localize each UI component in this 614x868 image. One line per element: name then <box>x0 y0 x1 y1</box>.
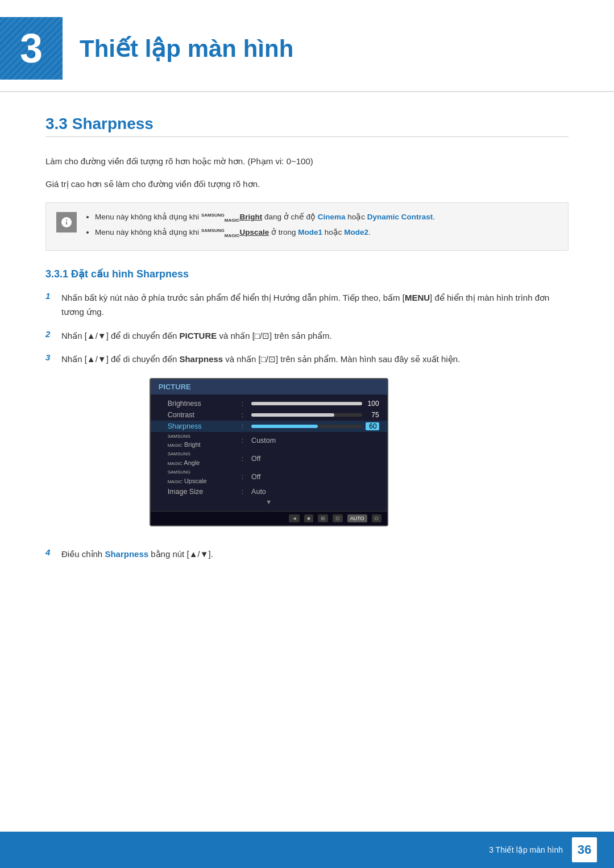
osd-row-sharpness: Sharpness : 60 <box>151 421 387 432</box>
osd-btn-plus: ⊞ <box>318 514 328 522</box>
step-1: 1 Nhấn bất kỳ nút nào ở phía trước sản p… <box>45 290 569 319</box>
note2-text: Menu này không khả dụng khi SAMSUNGMAGIC… <box>95 228 371 236</box>
monitor-screenshot: PICTURE Brightness : 100 <box>150 378 388 526</box>
osd-btn-power: Ο <box>372 514 381 522</box>
osd-header: PICTURE <box>151 379 387 394</box>
section-heading: 3.3 Sharpness <box>45 115 569 137</box>
chapter-number: 3 <box>0 17 63 80</box>
osd-btn-back: ◄ <box>289 514 300 522</box>
osd-label-magic-angle: SAMSUNG MAGIC Angle <box>168 451 236 466</box>
osd-bottom-bar: ◄ ■ ⊞ ⊡ AUTO Ο <box>151 511 387 525</box>
osd-label-magic-upscale: SAMSUNG MAGIC Upscale <box>168 470 236 484</box>
osd-bar-brightness: 100 <box>251 400 379 408</box>
step-text-1: Nhấn bất kỳ nút nào ở phía trước sản phẩ… <box>61 290 569 319</box>
step-3: 3 Nhấn [▲/▼] để di chuyển đến Sharpness … <box>45 352 569 537</box>
osd-row-image-size: Image Size : Auto <box>151 486 387 497</box>
subsection-heading: 3.3.1 Đặt cấu hình Sharpness <box>45 268 569 280</box>
footer-page-number: 36 <box>572 837 597 862</box>
body-para-2: Giá trị cao hơn sẽ làm cho đường viền đố… <box>45 177 569 192</box>
osd-label-magic-bright: SAMSUNG MAGIC Bright <box>168 434 236 448</box>
body-para-1: Làm cho đường viền đối tượng rõ hơn hoặc… <box>45 154 569 169</box>
note-icon <box>56 212 77 232</box>
osd-label-brightness: Brightness <box>168 400 236 408</box>
osd-label-sharpness: Sharpness <box>168 422 236 430</box>
osd-row-brightness: Brightness : 100 <box>151 398 387 409</box>
osd-row-contrast: Contrast : 75 <box>151 409 387 421</box>
osd-label-image-size: Image Size <box>168 488 236 496</box>
osd-bar-contrast: 75 <box>251 411 379 419</box>
chapter-title: Thiết lập màn hình <box>80 35 293 63</box>
osd-btn-black: ■ <box>304 514 313 522</box>
step-4: 4 Điều chỉnh Sharpness bằng nút [▲/▼]. <box>45 547 569 562</box>
osd-bar-sharpness: 60 <box>251 422 379 430</box>
note-box: Menu này không khả dụng khi SAMSUNGMAGIC… <box>45 202 569 251</box>
osd-row-magic-angle: SAMSUNG MAGIC Angle : Off <box>151 450 387 468</box>
chapter-header: 3 Thiết lập màn hình <box>0 0 614 92</box>
osd-row-magic-upscale: SAMSUNG MAGIC Upscale : Off <box>151 468 387 486</box>
step-number-1: 1 <box>45 291 56 301</box>
step-text-2: Nhấn [▲/▼] để di chuyển đến PICTURE và n… <box>61 329 332 343</box>
note-content: Menu này không khả dụng khi SAMSUNGMAGIC… <box>85 211 435 242</box>
steps-list: 1 Nhấn bất kỳ nút nào ở phía trước sản p… <box>45 290 569 561</box>
note1-text: Menu này không khả dụng khi SAMSUNGMAGIC… <box>95 213 435 221</box>
osd-screenshot-container: PICTURE Brightness : 100 <box>77 378 460 526</box>
step-number-2: 2 <box>45 329 56 339</box>
osd-btn-auto: AUTO <box>347 514 367 522</box>
osd-more-indicator: ▼ <box>151 497 387 508</box>
page-footer: 3 Thiết lập màn hình 36 <box>0 832 614 868</box>
osd-body: Brightness : 100 <box>151 394 387 508</box>
step-number-4: 4 <box>45 547 56 557</box>
osd-row-magic-bright: SAMSUNG MAGIC Bright : Custom <box>151 432 387 450</box>
osd-btn-enter: ⊡ <box>333 514 343 522</box>
step-number-3: 3 <box>45 352 56 362</box>
main-content: 3.3 Sharpness Làm cho đường viền đối tượ… <box>0 115 614 561</box>
step-text-4: Điều chỉnh Sharpness bằng nút [▲/▼]. <box>61 547 213 562</box>
footer-chapter-ref: 3 Thiết lập màn hình <box>489 845 563 854</box>
osd-label-contrast: Contrast <box>168 411 236 419</box>
step-2: 2 Nhấn [▲/▼] để di chuyển đến PICTURE và… <box>45 329 569 343</box>
step-text-3: Nhấn [▲/▼] để di chuyển đến Sharpness và… <box>61 352 460 367</box>
